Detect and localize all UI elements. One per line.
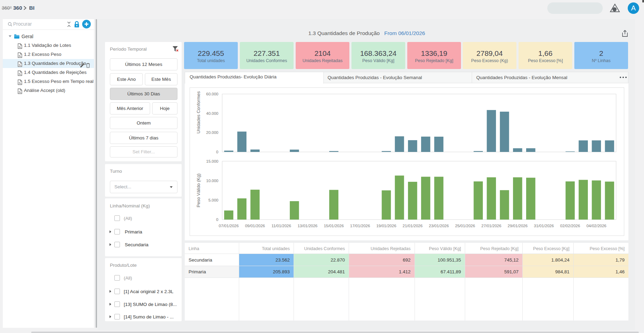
svg-text:Peso Válido (Kg): Peso Válido (Kg)	[196, 173, 201, 207]
svg-text:23/01/2026: 23/01/2026	[429, 224, 449, 228]
svg-text:11/01/2026: 11/01/2026	[271, 224, 291, 228]
svg-text:29/01/2026: 29/01/2026	[508, 224, 528, 228]
svg-text:Unidades Conformes: Unidades Conformes	[196, 91, 201, 134]
svg-text:09/01/2026: 09/01/2026	[245, 224, 265, 228]
svg-text:15/01/2026: 15/01/2026	[324, 224, 344, 228]
svg-text:17/01/2026: 17/01/2026	[350, 224, 370, 228]
svg-text:40.000: 40.000	[206, 111, 218, 116]
svg-text:0: 0	[216, 217, 218, 222]
svg-text:20.000: 20.000	[206, 130, 218, 135]
svg-text:25/01/2026: 25/01/2026	[455, 224, 475, 228]
svg-text:19/01/2026: 19/01/2026	[376, 224, 397, 228]
svg-text:21/01/2026: 21/01/2026	[403, 224, 423, 228]
svg-text:04/02/2026: 04/02/2026	[586, 224, 607, 228]
svg-text:02/02/2026: 02/02/2026	[560, 224, 580, 228]
svg-text:10.000: 10.000	[206, 179, 218, 183]
svg-text:13/01/2026: 13/01/2026	[297, 224, 317, 228]
svg-text:27/01/2026: 27/01/2026	[481, 224, 502, 228]
svg-text:5.000: 5.000	[208, 198, 218, 202]
svg-text:07/01/2026: 07/01/2026	[219, 224, 239, 228]
svg-text:0: 0	[216, 150, 218, 154]
svg-text:60.000: 60.000	[206, 92, 218, 96]
svg-text:31/01/2026: 31/01/2026	[534, 224, 554, 228]
svg-text:15.000: 15.000	[206, 159, 218, 163]
